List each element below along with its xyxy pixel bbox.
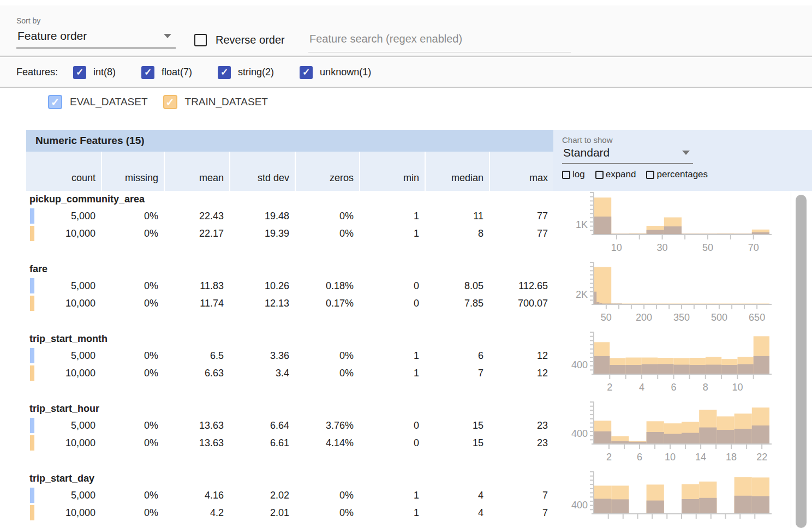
stat-value-std-dev: 10.26 bbox=[229, 280, 295, 292]
x-tick-label: 10 bbox=[665, 452, 676, 463]
dataset-chip-eval bbox=[30, 488, 34, 503]
stat-value-count: 10,000 bbox=[26, 507, 101, 519]
stat-value-std-dev: 6.64 bbox=[229, 420, 295, 431]
stat-row-eval: 5,0000%4.162.020%147 bbox=[26, 487, 553, 504]
stat-value-min: 1 bbox=[359, 490, 425, 501]
stat-value-mean: 11.74 bbox=[164, 298, 229, 309]
charts-column: 103050701K502003505006502K24681040026101… bbox=[560, 192, 789, 528]
type-filter-int[interactable]: ✓int(8) bbox=[73, 66, 116, 79]
stat-value-count: 10,000 bbox=[26, 298, 101, 309]
dataset-toggle-eval_dataset[interactable]: ✓EVAL_DATASET bbox=[48, 95, 148, 109]
toggle-expand[interactable]: expand bbox=[595, 169, 636, 180]
stat-row-eval: 5,0000%13.636.643.76%01523 bbox=[26, 417, 553, 434]
x-tick-label: 650 bbox=[749, 312, 765, 323]
chart-controls-panel: Chart to show Standard logexpandpercenta… bbox=[553, 130, 812, 191]
checkbox-unchecked-icon[interactable] bbox=[595, 171, 604, 179]
feature-name: fare bbox=[29, 263, 47, 275]
chart-toggles: logexpandpercentages bbox=[562, 169, 812, 180]
x-tick-label: 200 bbox=[636, 312, 652, 323]
vertical-scrollbar-track[interactable] bbox=[791, 192, 812, 528]
toggle-percentages[interactable]: percentages bbox=[646, 169, 708, 180]
checkbox-checked-icon[interactable]: ✓ bbox=[218, 66, 231, 79]
reverse-order-checkbox[interactable] bbox=[194, 34, 207, 46]
y-axis-label: 400 bbox=[571, 359, 588, 370]
stat-value-median: 8.05 bbox=[425, 280, 489, 292]
stat-value-mean: 22.43 bbox=[164, 211, 229, 222]
dataset-chip-train bbox=[30, 365, 34, 381]
numeric-features-title: Numeric Features (15) bbox=[35, 135, 145, 147]
stat-value-zeros: 0% bbox=[295, 490, 359, 501]
stat-value-missing: 0% bbox=[101, 228, 164, 239]
y-axis-label: 2K bbox=[576, 289, 588, 300]
stat-value-max: 7 bbox=[489, 507, 553, 519]
checkbox-checked-icon[interactable]: ✓ bbox=[163, 95, 177, 109]
y-axis-label: 400 bbox=[571, 500, 588, 511]
numeric-features-header: Numeric Features (15) bbox=[26, 130, 553, 152]
stat-value-mean: 6.5 bbox=[164, 350, 229, 362]
stat-value-min: 1 bbox=[359, 228, 425, 239]
feature-name: pickup_community_area bbox=[29, 194, 145, 205]
x-tick-label: 6 bbox=[637, 452, 642, 463]
column-header-min: min bbox=[359, 152, 425, 191]
type-filter-string[interactable]: ✓string(2) bbox=[218, 66, 274, 79]
stat-value-missing: 0% bbox=[101, 420, 164, 431]
feature-name: trip_start_day bbox=[29, 473, 94, 484]
sort-toolbar: Sort by Feature order Reverse order bbox=[0, 5, 812, 57]
checkbox-checked-icon[interactable]: ✓ bbox=[48, 95, 62, 109]
stat-value-min: 1 bbox=[359, 350, 425, 362]
histogram-pickup_community_area: 103050701K bbox=[560, 192, 789, 261]
column-header-median: median bbox=[425, 152, 489, 191]
stat-value-std-dev: 3.4 bbox=[229, 368, 295, 379]
stat-value-median: 8 bbox=[425, 228, 489, 239]
stat-value-missing: 0% bbox=[101, 350, 164, 362]
reverse-order-label: Reverse order bbox=[216, 34, 285, 46]
feature-block-trip_start_hour: trip_start_hour5,0000%13.636.643.76%0152… bbox=[26, 401, 553, 471]
feature-block-pickup_community_area: pickup_community_area5,0000%22.4319.480%… bbox=[26, 192, 553, 262]
stat-value-median: 15 bbox=[425, 420, 489, 431]
stat-value-max: 112.65 bbox=[489, 280, 553, 292]
checkbox-unchecked-icon[interactable] bbox=[562, 171, 570, 179]
type-filter-unknown[interactable]: ✓unknown(1) bbox=[300, 66, 371, 79]
stat-value-min: 1 bbox=[359, 507, 425, 519]
chart-type-select[interactable]: Standard bbox=[562, 146, 693, 164]
type-filter-label: float(7) bbox=[162, 67, 192, 78]
vertical-scrollbar-thumb[interactable] bbox=[796, 195, 807, 528]
stat-value-median: 7 bbox=[425, 368, 489, 379]
stat-value-zeros: 4.14% bbox=[295, 437, 359, 449]
type-filter-label: string(2) bbox=[238, 67, 274, 78]
stat-value-std-dev: 2.01 bbox=[229, 507, 295, 519]
stat-value-count: 5,000 bbox=[26, 280, 101, 292]
y-axis-label: 400 bbox=[571, 428, 588, 439]
stat-value-min: 1 bbox=[359, 368, 425, 379]
features-table-body: pickup_community_area5,0000%22.4319.480%… bbox=[26, 192, 553, 528]
stat-value-std-dev: 2.02 bbox=[229, 490, 295, 501]
feature-block-fare: fare5,0000%11.8310.260.18%08.05112.6510,… bbox=[26, 262, 553, 332]
checkbox-checked-icon[interactable]: ✓ bbox=[300, 66, 313, 79]
checkbox-unchecked-icon[interactable] bbox=[646, 171, 654, 179]
sort-order-select[interactable]: Feature order bbox=[16, 28, 176, 49]
histogram-trip_start_hour: 2610141822400 bbox=[560, 401, 789, 470]
chart-type-value: Standard bbox=[563, 146, 610, 159]
dataset-toggle-train_dataset[interactable]: ✓TRAIN_DATASET bbox=[163, 95, 268, 109]
stat-value-std-dev: 19.48 bbox=[229, 211, 295, 222]
feature-search-input[interactable] bbox=[308, 33, 571, 52]
dataset-name-label: TRAIN_DATASET bbox=[185, 96, 268, 108]
x-tick-label: 50 bbox=[601, 312, 612, 323]
stat-value-mean: 13.63 bbox=[164, 437, 229, 449]
dataset-chip-train bbox=[30, 505, 34, 520]
toggle-log[interactable]: log bbox=[562, 169, 585, 180]
stat-value-std-dev: 6.61 bbox=[229, 437, 295, 449]
stat-value-missing: 0% bbox=[101, 211, 164, 222]
stat-value-std-dev: 12.13 bbox=[229, 298, 295, 309]
x-tick-label: 18 bbox=[726, 452, 737, 463]
checkbox-checked-icon[interactable]: ✓ bbox=[73, 66, 86, 79]
type-filter-float[interactable]: ✓float(7) bbox=[141, 66, 192, 79]
dataset-name-label: EVAL_DATASET bbox=[70, 96, 148, 108]
checkbox-checked-icon[interactable]: ✓ bbox=[141, 66, 154, 79]
column-header-max: max bbox=[489, 152, 553, 191]
stat-value-median: 11 bbox=[425, 211, 489, 222]
stat-value-mean: 6.63 bbox=[164, 368, 229, 379]
stat-row-eval: 5,0000%6.53.360%1612 bbox=[26, 347, 553, 364]
stat-value-count: 5,000 bbox=[26, 211, 101, 222]
feature-name: trip_start_month bbox=[29, 333, 108, 345]
